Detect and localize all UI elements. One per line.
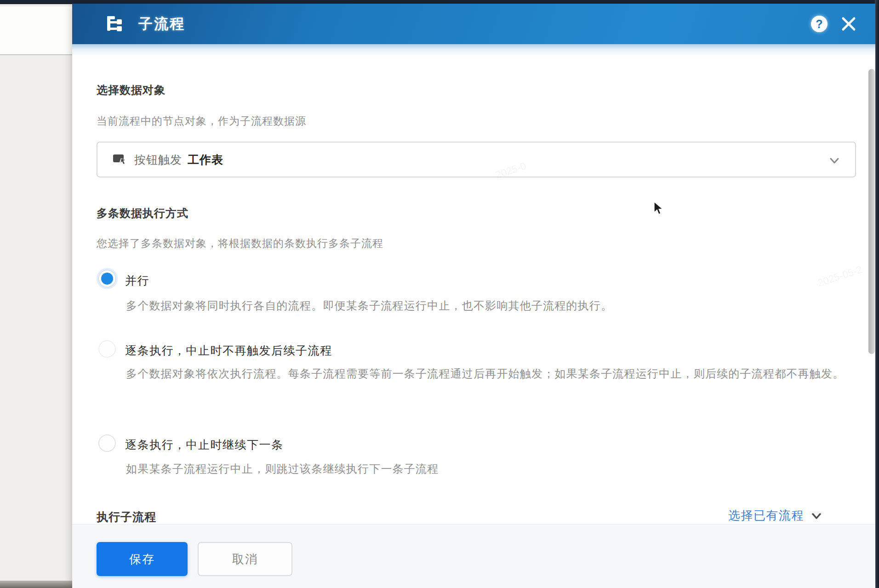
subprocess-dialog: 子流程 ? 选择数据对象 当前流程中的节点对象，作为子流程数据源 [72, 4, 875, 588]
screen: 子流程 ? 选择数据对象 当前流程中的节点对象，作为子流程数据源 [0, 0, 879, 588]
dialog-footer: 保存 取消 [72, 524, 875, 588]
option-sequential-stop-label[interactable]: 逐条执行，中止时不再触发后续子流程 [125, 343, 332, 358]
select-existing-flow-link[interactable]: 选择已有流程 [728, 508, 822, 524]
radio-parallel[interactable] [97, 268, 118, 289]
select-existing-flow-label: 选择已有流程 [728, 508, 804, 524]
header-fade-band [72, 44, 875, 56]
option-sequential-continue-description: 如果某条子流程运行中止，则跳过该条继续执行下一条子流程 [126, 456, 439, 482]
radio-sequential-continue[interactable] [98, 434, 116, 452]
help-icon[interactable]: ? [811, 16, 828, 32]
subprocess-flow-icon [104, 13, 126, 34]
cancel-button[interactable]: 取消 [198, 542, 292, 576]
execution-mode-heading: 多条数据执行方式 [97, 206, 188, 221]
option-sequential-stop-description: 多个数据对象将依次执行流程。每条子流程需要等前一条子流程通过后再开始触发；如果某… [126, 360, 844, 387]
background-left-panel [0, 4, 72, 588]
data-object-select[interactable]: 按钮触发 工作表 [97, 142, 856, 177]
button-trigger-icon [112, 154, 126, 165]
option-sequential-continue-label[interactable]: 逐条执行，中止时继续下一条 [125, 437, 284, 452]
background-left-bottom-shade [0, 581, 72, 588]
execution-mode-description: 您选择了多条数据对象，将根据数据的条数执行多条子流程 [97, 236, 383, 251]
chevron-down-icon [828, 154, 840, 166]
radio-parallel-dot [101, 273, 113, 285]
help-glyph: ? [816, 17, 822, 31]
background-left-card [0, 6, 72, 55]
radio-parallel-ring [98, 270, 116, 287]
dialog-header: 子流程 ? [72, 4, 875, 44]
radio-sequential-stop[interactable] [98, 340, 116, 358]
dialog-body: 选择数据对象 当前流程中的节点对象，作为子流程数据源 按钮触发 工作表 多条数据… [72, 56, 875, 524]
close-icon[interactable] [840, 16, 857, 32]
execute-subprocess-heading: 执行子流程 [97, 509, 156, 525]
dialog-title: 子流程 [138, 14, 185, 34]
mouse-cursor [653, 201, 665, 216]
screen-right-edge [875, 0, 879, 588]
data-object-heading: 选择数据对象 [97, 83, 166, 97]
option-parallel-description: 多个数据对象将同时执行各自的流程。即便某条子流程运行中止，也不影响其他子流程的执… [126, 292, 612, 319]
chevron-down-icon [811, 510, 822, 522]
select-trigger-value: 工作表 [188, 152, 223, 167]
option-parallel-label[interactable]: 并行 [125, 273, 149, 288]
select-trigger-prefix: 按钮触发 [134, 152, 182, 167]
scrollbar-thumb[interactable] [868, 69, 875, 354]
data-object-description: 当前流程中的节点对象，作为子流程数据源 [97, 114, 306, 128]
save-button[interactable]: 保存 [97, 542, 188, 576]
